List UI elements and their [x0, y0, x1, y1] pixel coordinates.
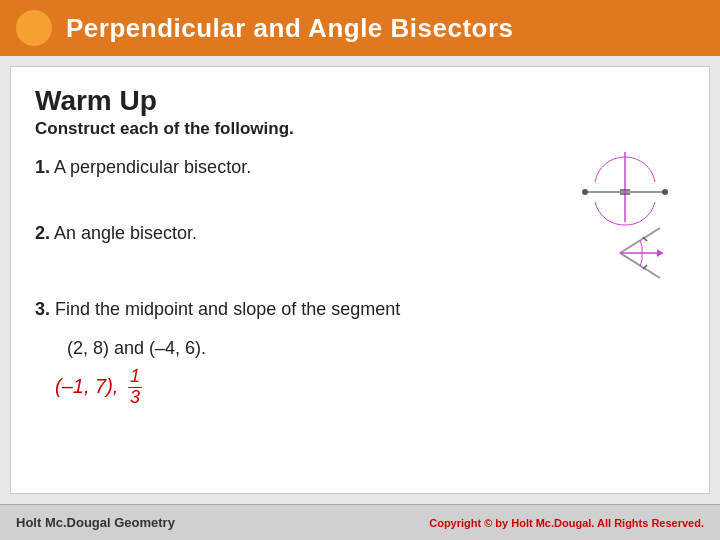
answer-fraction: 1 3: [128, 367, 142, 408]
answer-prefix: (–1, 7),: [55, 375, 118, 397]
angle-bisector-svg: [575, 218, 665, 288]
item-3-sub: (2, 8) and (–4, 6).: [67, 338, 685, 359]
footer: Holt Mc.Dougal Geometry Copyright © by H…: [0, 504, 720, 540]
header-title: Perpendicular and Angle Bisectors: [66, 13, 514, 44]
svg-point-2: [662, 189, 668, 195]
svg-point-1: [582, 189, 588, 195]
header: Perpendicular and Angle Bisectors: [0, 0, 720, 56]
content-area: Warm Up Construct each of the following.…: [10, 66, 710, 494]
header-icon: [16, 10, 52, 46]
answer: (–1, 7), 1 3: [55, 367, 685, 408]
item-3: 3. Find the midpoint and slope of the se…: [35, 299, 685, 320]
slide: Perpendicular and Angle Bisectors Warm U…: [0, 0, 720, 540]
item-3-number: 3.: [35, 299, 50, 319]
perp-bisector-svg: [575, 147, 675, 227]
svg-marker-9: [657, 249, 663, 257]
footer-right: Copyright © by Holt Mc.Dougal. All Right…: [429, 517, 704, 529]
item-1-number: 1.: [35, 157, 50, 177]
subtitle: Construct each of the following.: [35, 119, 685, 139]
frac-denominator: 3: [128, 388, 142, 408]
frac-numerator: 1: [128, 367, 142, 388]
item-1: 1. A perpendicular bisector.: [35, 157, 685, 205]
footer-left: Holt Mc.Dougal Geometry: [16, 515, 175, 530]
item-2: 2. An angle bisector.: [35, 223, 685, 271]
item-3-text: 3. Find the midpoint and slope of the se…: [35, 299, 685, 320]
angle-bisector-diagram: [575, 218, 665, 292]
item-2-number: 2.: [35, 223, 50, 243]
warm-up-title: Warm Up: [35, 85, 685, 117]
